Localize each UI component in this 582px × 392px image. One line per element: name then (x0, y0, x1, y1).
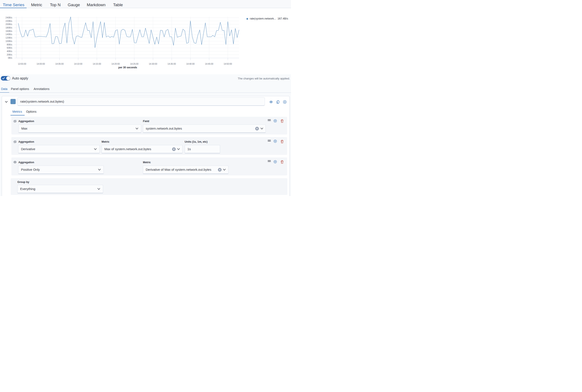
svg-text:14:15:00: 14:15:00 (93, 63, 101, 65)
svg-text:60B/s: 60B/s (7, 47, 12, 49)
svg-text:100B/s: 100B/s (6, 40, 12, 42)
svg-text:14:50:00: 14:50:00 (224, 63, 232, 65)
svg-text:160B/s: 160B/s (6, 30, 12, 32)
svg-text:rate(system.network...: rate(system.network... (250, 17, 276, 20)
svg-text:14:30:00: 14:30:00 (149, 63, 157, 65)
svg-text:13:55:00: 13:55:00 (18, 63, 26, 65)
svg-text:14:45:00: 14:45:00 (205, 63, 213, 65)
svg-text:14:25:00: 14:25:00 (130, 63, 138, 65)
svg-text:14:35:00: 14:35:00 (168, 63, 176, 65)
svg-text:180B/s: 180B/s (6, 26, 12, 29)
svg-text:120B/s: 120B/s (6, 37, 12, 39)
svg-text:140B/s: 140B/s (6, 33, 12, 36)
svg-text:240B/s: 240B/s (6, 16, 12, 19)
svg-text:14:05:00: 14:05:00 (55, 63, 64, 65)
svg-text:20B/s: 20B/s (7, 54, 12, 56)
svg-text:167.4B/s: 167.4B/s (278, 17, 288, 20)
svg-text:80B/s: 80B/s (7, 44, 12, 46)
svg-text:200B/s: 200B/s (6, 23, 12, 26)
svg-text:14:20:00: 14:20:00 (112, 63, 120, 65)
svg-text:40B/s: 40B/s (7, 50, 12, 52)
svg-text:14:40:00: 14:40:00 (186, 63, 195, 65)
svg-text:0B/s: 0B/s (8, 57, 12, 59)
svg-text:220B/s: 220B/s (6, 20, 12, 22)
svg-text:14:10:00: 14:10:00 (74, 63, 82, 65)
svg-text:14:00:00: 14:00:00 (37, 63, 45, 65)
svg-text:per 30 seconds: per 30 seconds (118, 66, 137, 69)
